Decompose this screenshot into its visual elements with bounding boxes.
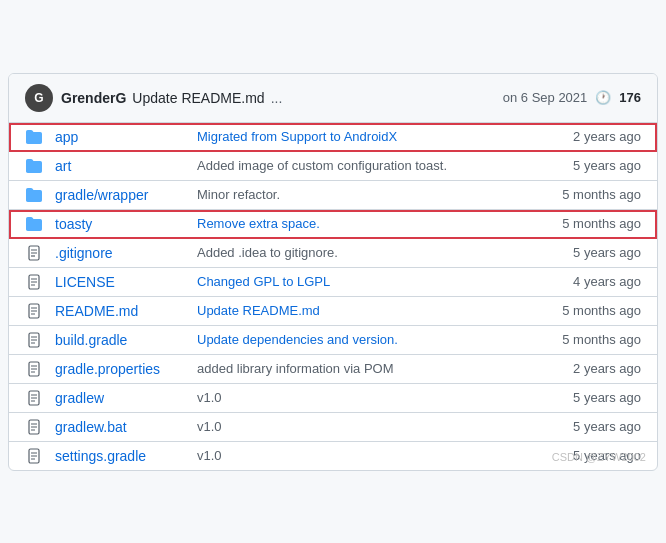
file-commit-message[interactable]: Migrated from Support to AndroidX (197, 129, 529, 144)
table-row: gradle.propertiesadded library informati… (9, 355, 657, 384)
file-name[interactable]: LICENSE (55, 274, 185, 290)
table-row: gradlewv1.05 years ago (9, 384, 657, 413)
table-row: gradlew.batv1.05 years ago (9, 413, 657, 442)
file-commit-message: Minor refactor. (197, 187, 529, 202)
file-time: 5 months ago (541, 332, 641, 347)
file-icon (25, 332, 43, 348)
file-name[interactable]: art (55, 158, 185, 174)
table-row: build.gradleUpdate dependencies and vers… (9, 326, 657, 355)
file-icon (25, 448, 43, 464)
file-commit-message: Added image of custom configuration toas… (197, 158, 529, 173)
file-icon (25, 361, 43, 377)
file-commit-message: Added .idea to gitignore. (197, 245, 529, 260)
file-name[interactable]: build.gradle (55, 332, 185, 348)
commit-message[interactable]: Update README.md (132, 90, 264, 106)
folder-icon (25, 216, 43, 232)
file-icon (25, 419, 43, 435)
file-commit-message[interactable]: Update dependencies and version. (197, 332, 529, 347)
file-name[interactable]: .gitignore (55, 245, 185, 261)
table-row: appMigrated from Support to AndroidX2 ye… (9, 123, 657, 152)
commit-author[interactable]: GrenderG (61, 90, 126, 106)
file-name[interactable]: app (55, 129, 185, 145)
commit-dots: ... (271, 90, 283, 106)
file-time: 5 months ago (541, 187, 641, 202)
file-commit-message: v1.0 (197, 448, 529, 463)
commit-header: G GrenderG Update README.md ... on 6 Sep… (9, 74, 657, 123)
file-icon (25, 303, 43, 319)
file-icon (25, 245, 43, 261)
file-time: 5 years ago (541, 245, 641, 260)
folder-icon (25, 187, 43, 203)
file-time: 5 months ago (541, 216, 641, 231)
folder-icon (25, 129, 43, 145)
file-commit-message[interactable]: Remove extra space. (197, 216, 529, 231)
file-time: 5 years ago (541, 419, 641, 434)
table-row: .gitignoreAdded .idea to gitignore.5 yea… (9, 239, 657, 268)
file-name[interactable]: README.md (55, 303, 185, 319)
file-time: 4 years ago (541, 274, 641, 289)
file-time: 5 years ago (541, 448, 641, 463)
file-name[interactable]: gradlew (55, 390, 185, 406)
file-list: appMigrated from Support to AndroidX2 ye… (9, 123, 657, 470)
file-commit-message: v1.0 (197, 419, 529, 434)
folder-icon (25, 158, 43, 174)
file-name[interactable]: gradlew.bat (55, 419, 185, 435)
header-right: on 6 Sep 2021 🕐 176 (503, 90, 641, 105)
file-time: 5 years ago (541, 390, 641, 405)
table-row: settings.gradlev1.05 years ago (9, 442, 657, 470)
commit-info: GrenderG Update README.md ... (61, 90, 495, 106)
file-time: 2 years ago (541, 129, 641, 144)
table-row: LICENSEChanged GPL to LGPL4 years ago (9, 268, 657, 297)
file-time: 2 years ago (541, 361, 641, 376)
file-commit-message[interactable]: Changed GPL to LGPL (197, 274, 529, 289)
file-name[interactable]: toasty (55, 216, 185, 232)
file-name[interactable]: settings.gradle (55, 448, 185, 464)
commit-count[interactable]: 176 (619, 90, 641, 105)
table-row: gradle/wrapperMinor refactor.5 months ag… (9, 181, 657, 210)
file-time: 5 months ago (541, 303, 641, 318)
file-commit-message: added library information via POM (197, 361, 529, 376)
table-row: artAdded image of custom configuration t… (9, 152, 657, 181)
table-row: toastyRemove extra space.5 months ago (9, 210, 657, 239)
file-commit-message[interactable]: Update README.md (197, 303, 529, 318)
table-row: README.mdUpdate README.md5 months ago (9, 297, 657, 326)
file-icon (25, 274, 43, 290)
file-icon (25, 390, 43, 406)
file-name[interactable]: gradle.properties (55, 361, 185, 377)
file-name[interactable]: gradle/wrapper (55, 187, 185, 203)
commit-date: on 6 Sep 2021 (503, 90, 588, 105)
avatar: G (25, 84, 53, 112)
file-time: 5 years ago (541, 158, 641, 173)
history-icon: 🕐 (595, 90, 611, 105)
file-commit-message: v1.0 (197, 390, 529, 405)
